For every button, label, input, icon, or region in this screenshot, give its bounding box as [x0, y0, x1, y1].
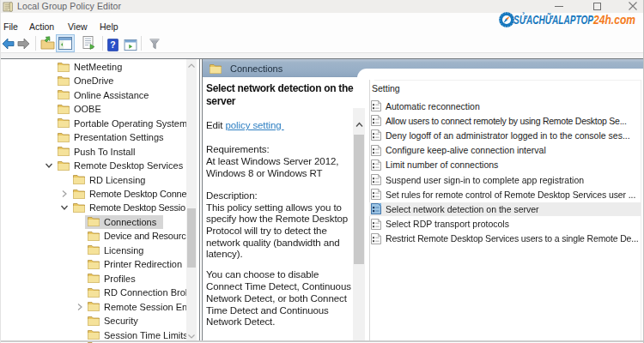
- svg-text:?: ?: [110, 40, 115, 50]
- svg-text:24h.com: 24h.com: [592, 12, 635, 27]
- svg-text:SỬACHỮALAPTOP: SỬACHỮALAPTOP: [513, 12, 594, 27]
